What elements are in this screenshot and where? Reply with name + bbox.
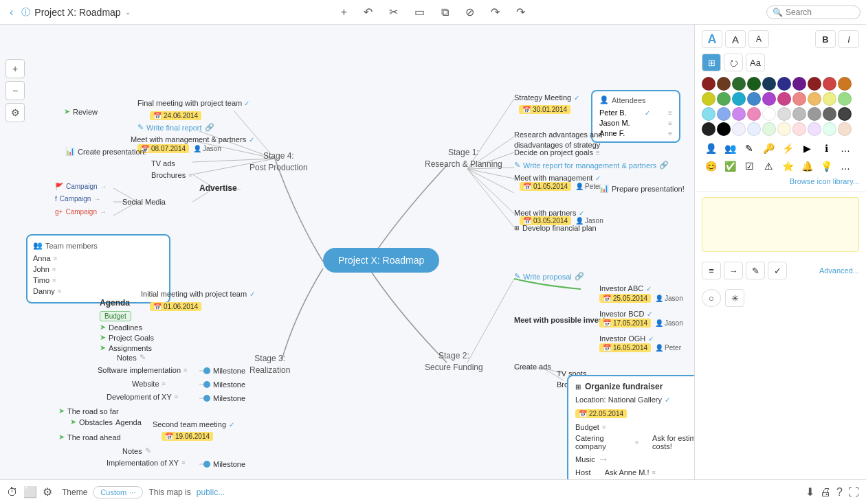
person-badge-peter: 👤 Peter <box>575 183 601 190</box>
search-input[interactable] <box>786 8 854 17</box>
settings-button[interactable]: ⚙ <box>5 103 25 122</box>
title-dropdown-icon[interactable]: ⌄ <box>125 8 131 16</box>
format-btn-1[interactable]: ⊞ <box>702 54 721 71</box>
color-swatch-6[interactable] <box>792 77 806 91</box>
color-swatch-38[interactable] <box>823 122 836 136</box>
color-swatch-9[interactable] <box>838 77 852 91</box>
action-btn-arrow[interactable]: → <box>724 262 743 279</box>
fullscreen-icon[interactable]: ⛶ <box>848 486 859 499</box>
cut-button[interactable]: ✂ <box>386 4 401 20</box>
icon-dots[interactable]: … <box>836 158 854 174</box>
advanced-link[interactable]: Advanced... <box>819 266 859 275</box>
info-icon[interactable]: ⓘ <box>21 6 30 19</box>
color-swatch-26[interactable] <box>792 107 806 121</box>
help-icon[interactable]: ? <box>836 486 843 499</box>
color-swatch-4[interactable] <box>762 77 776 91</box>
browse-icon-link[interactable]: Browse icon library... <box>702 177 859 185</box>
redo2-button[interactable]: ↷ <box>513 4 529 20</box>
color-swatch-25[interactable] <box>777 107 791 121</box>
color-swatch-39[interactable] <box>838 122 852 136</box>
undo-button[interactable]: ↶ <box>360 4 376 20</box>
custom-theme-btn[interactable]: Custom ··· <box>93 486 143 499</box>
print-icon[interactable]: 🖨 <box>820 486 831 499</box>
color-swatch-23[interactable] <box>747 107 761 121</box>
color-swatch-16[interactable] <box>792 92 806 106</box>
color-swatch-31[interactable] <box>717 122 731 136</box>
public-link[interactable]: public... <box>197 488 225 497</box>
color-swatch-17[interactable] <box>808 92 821 106</box>
color-swatch-32[interactable] <box>732 122 746 136</box>
icon-smile[interactable]: 😊 <box>702 158 720 174</box>
color-swatch-13[interactable] <box>747 92 761 106</box>
zoom-in-button[interactable]: + <box>5 59 25 78</box>
zoom-out-button[interactable]: − <box>5 81 25 100</box>
icon-pencil[interactable]: ✎ <box>740 140 758 157</box>
color-swatch-18[interactable] <box>823 92 836 106</box>
redo-button[interactable]: ↷ <box>487 4 503 20</box>
font-large-btn[interactable]: A <box>702 30 722 48</box>
icon-key[interactable]: 🔑 <box>759 140 777 157</box>
icon-play[interactable]: ▶ <box>798 140 816 157</box>
action-btn-edit[interactable]: ✎ <box>746 262 765 279</box>
color-swatch-34[interactable] <box>762 122 776 136</box>
icon-check[interactable]: ☑ <box>740 158 758 174</box>
center-node[interactable]: Project X: Roadmap <box>323 248 439 273</box>
icon-bulb[interactable]: 💡 <box>817 158 835 174</box>
color-swatch-24[interactable] <box>762 107 776 121</box>
icon-heart[interactable]: ✅ <box>721 158 739 174</box>
color-swatch-3[interactable] <box>747 77 761 91</box>
color-swatch-8[interactable] <box>823 77 836 91</box>
color-swatch-0[interactable] <box>702 77 715 91</box>
screen-icon[interactable]: ⬜ <box>23 485 37 499</box>
search-box[interactable]: 🔍 <box>766 5 861 19</box>
bold-btn[interactable]: B <box>815 30 836 48</box>
font-medium-btn[interactable]: A <box>725 30 746 48</box>
color-swatch-10[interactable] <box>702 92 715 106</box>
color-swatch-20[interactable] <box>702 107 715 121</box>
color-swatch-11[interactable] <box>717 92 731 106</box>
color-swatch-7[interactable] <box>808 77 821 91</box>
color-swatch-14[interactable] <box>762 92 776 106</box>
color-swatch-19[interactable] <box>838 92 852 106</box>
icon-warn[interactable]: ⚠ <box>759 158 777 174</box>
download-icon[interactable]: ⬇ <box>806 485 814 499</box>
color-swatch-35[interactable] <box>777 122 791 136</box>
asterisk-btn[interactable]: ✳ <box>725 289 744 307</box>
format-btn-2[interactable]: ⭮ <box>724 54 743 71</box>
font-small-btn[interactable]: A <box>748 30 769 48</box>
color-swatch-36[interactable] <box>792 122 806 136</box>
italic-btn[interactable]: I <box>839 30 859 48</box>
color-swatch-22[interactable] <box>732 107 746 121</box>
icon-info[interactable]: ℹ <box>817 140 835 157</box>
history-icon[interactable]: ⏱ <box>7 486 18 499</box>
color-swatch-30[interactable] <box>702 122 715 136</box>
history-button[interactable]: ⊘ <box>462 4 478 20</box>
color-swatch-29[interactable] <box>838 107 852 121</box>
color-swatch-2[interactable] <box>732 77 746 91</box>
icon-star[interactable]: ⭐ <box>779 158 797 174</box>
color-swatch-15[interactable] <box>777 92 791 106</box>
color-swatch-21[interactable] <box>717 107 731 121</box>
page-button[interactable]: ▭ <box>411 4 428 20</box>
format-btn-3[interactable]: Aa <box>746 54 765 71</box>
icon-bell[interactable]: 🔔 <box>798 158 816 174</box>
icon-people[interactable]: 👥 <box>721 140 739 157</box>
icon-person[interactable]: 👤 <box>702 140 720 157</box>
color-swatch-28[interactable] <box>823 107 836 121</box>
tools-icon[interactable]: ⚙ <box>43 485 52 499</box>
icon-more[interactable]: … <box>836 140 854 157</box>
color-swatch-12[interactable] <box>732 92 746 106</box>
color-swatch-5[interactable] <box>777 77 791 91</box>
circle-btn[interactable]: ○ <box>702 289 721 307</box>
note-area[interactable] <box>702 197 859 252</box>
color-swatch-1[interactable] <box>717 77 731 91</box>
add-button[interactable]: + <box>337 5 351 20</box>
copy-button[interactable]: ⧉ <box>438 5 452 20</box>
back-button[interactable]: ‹ <box>5 5 17 20</box>
action-btn-list[interactable]: ≡ <box>702 262 721 279</box>
icon-lightning[interactable]: ⚡ <box>779 140 797 157</box>
color-swatch-33[interactable] <box>747 122 761 136</box>
color-swatch-37[interactable] <box>808 122 821 136</box>
action-btn-check[interactable]: ✓ <box>768 262 787 279</box>
color-swatch-27[interactable] <box>808 107 821 121</box>
